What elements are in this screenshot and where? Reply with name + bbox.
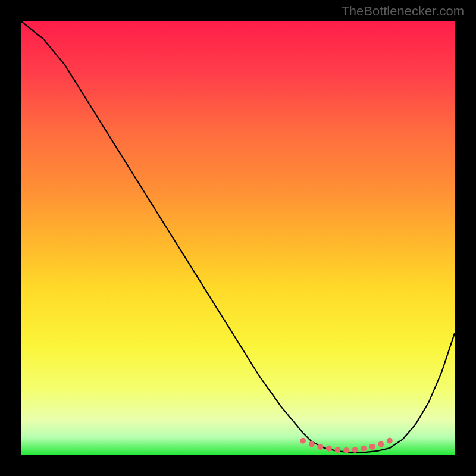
marker-dot <box>343 447 349 453</box>
marker-dot <box>300 438 306 444</box>
marker-dot <box>309 441 315 447</box>
marker-dot <box>326 446 332 452</box>
marker-dot <box>334 447 340 453</box>
marker-dot <box>317 444 323 450</box>
chart-svg <box>21 21 455 455</box>
marker-dot <box>387 438 393 444</box>
marker-dot <box>369 444 375 450</box>
plot-area <box>21 21 455 455</box>
marker-dot <box>378 441 384 447</box>
marker-dot <box>361 446 367 452</box>
bottleneck-curve <box>21 21 455 452</box>
marker-dot <box>352 447 358 453</box>
watermark-text: TheBottlenecker.com <box>341 4 464 19</box>
